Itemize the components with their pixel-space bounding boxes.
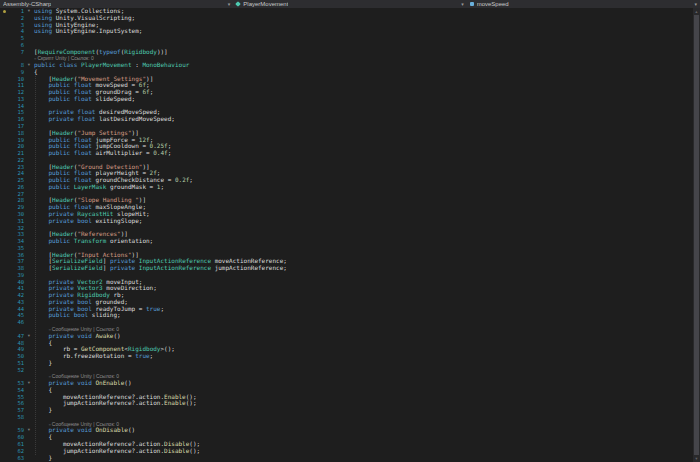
breakpoint-margin[interactable] [0,292,9,299]
breakpoint-margin[interactable] [0,279,9,286]
code-area[interactable]: 1▾using System.Collections;2using Unity.… [0,8,693,462]
code-line[interactable]: 38 [SerializeField] private InputActionR… [0,265,693,272]
breakpoint-margin[interactable] [0,143,9,150]
breakpoint-margin[interactable] [0,177,9,184]
chevron-down-icon[interactable]: ▾ [461,0,464,8]
scroll-down-icon[interactable]: ▾ [693,455,700,462]
breakpoint-margin[interactable] [0,69,9,76]
breakpoint-margin[interactable] [0,306,9,313]
breakpoint-margin[interactable] [0,35,9,42]
breakpoint-margin[interactable] [0,258,9,265]
breakpoint-margin[interactable] [0,360,9,367]
code-line[interactable]: 31 private bool exitingSlope; [0,218,693,225]
code-line[interactable]: 34 public Transform orientation; [0,238,693,245]
breakpoint-margin[interactable] [0,252,9,259]
breakpoint-margin[interactable] [0,22,9,29]
breakpoint-margin[interactable] [0,42,9,49]
breakpoint-margin[interactable] [0,150,9,157]
breakpoint-margin[interactable] [0,455,9,462]
vertical-scrollbar[interactable]: ▴ ▾ [693,8,700,462]
breakpoint-margin[interactable] [0,130,9,137]
code-line[interactable]: 47▾ private void Awake() [0,333,693,340]
fold-arrow-icon[interactable]: ▾ [24,8,34,15]
breakpoint-margin[interactable] [0,299,9,306]
breakpoint-margin[interactable] [0,62,9,69]
breakpoint-margin[interactable] [0,55,9,62]
breakpoint-margin[interactable] [0,312,9,319]
code-line[interactable]: 4using UnityEngine.InputSystem; [0,28,693,35]
breakpoint-margin[interactable] [0,353,9,360]
breakpoint-margin[interactable] [0,191,9,198]
breakpoint-margin[interactable] [0,225,9,232]
code-line[interactable]: 7[RequireComponent(typeof(Rigidbody))] [0,49,693,56]
breakpoint-margin[interactable] [0,218,9,225]
breakpoint-margin[interactable] [0,157,9,164]
class-dropdown[interactable]: PlayerMovement ▾ [233,0,466,8]
editor-pane[interactable]: 1▾using System.Collections;2using Unity.… [0,8,700,462]
code-line[interactable]: 50 rb.freezeRotation = true; [0,353,693,360]
code-line[interactable]: 26 public LayerMask groundMask = 1; [0,184,693,191]
breakpoint-margin[interactable] [0,340,9,347]
breakpoint-margin[interactable] [0,123,9,130]
breakpoint-margin[interactable] [0,434,9,441]
breakpoint-margin[interactable] [0,421,9,428]
breakpoint-margin[interactable] [0,109,9,116]
breakpoint-margin[interactable] [0,238,9,245]
code-line[interactable]: 5 [0,35,693,42]
breakpoint-margin[interactable] [0,116,9,123]
breakpoint-margin[interactable] [0,197,9,204]
breakpoint-margin[interactable] [0,170,9,177]
scroll-up-icon[interactable]: ▴ [693,8,700,15]
breakpoint-margin[interactable] [0,96,9,103]
code-line[interactable]: 21 public float airMultiplier = 0.4f; [0,150,693,157]
code-line[interactable]: 13 public float slideSpeed; [0,96,693,103]
code-line[interactable]: 62 jumpActionReference?.action.Disable()… [0,448,693,455]
breakpoint-margin[interactable] [0,211,9,218]
breakpoint-margin[interactable] [0,28,9,35]
code-line[interactable]: 58 [0,414,693,421]
breakpoint-margin[interactable] [0,265,9,272]
breakpoint-margin[interactable] [0,137,9,144]
member-dropdown[interactable]: moveSpeed ▾ [467,0,700,8]
code-line[interactable]: 63 } [0,455,693,462]
breakpoint-margin[interactable] [0,387,9,394]
code-line[interactable]: 56 jumpActionReference?.action.Enable(); [0,400,693,407]
breakpoint-margin[interactable] [0,380,9,387]
breakpoint-margin[interactable] [0,326,9,333]
project-dropdown[interactable]: Assembly-CSharp ▾ [0,0,233,8]
breakpoint-margin[interactable] [0,103,9,110]
code-line[interactable]: 16 private float lastDesiredMoveSpeed; [0,116,693,123]
code-line[interactable]: 57 } [0,407,693,414]
breakpoint-margin[interactable] [0,400,9,407]
breakpoint-margin[interactable] [0,49,9,56]
chevron-down-icon[interactable]: ▾ [228,0,231,8]
breakpoint-margin[interactable] [0,346,9,353]
breakpoint-margin[interactable] [0,394,9,401]
fold-arrow-icon[interactable]: ▾ [24,333,34,340]
breakpoint-margin[interactable] [0,231,9,238]
breakpoint-margin[interactable] [0,319,9,326]
code-line[interactable]: 2using Unity.VisualScripting; [0,15,693,22]
scrollbar-thumb[interactable] [694,15,699,455]
chevron-down-icon[interactable]: ▾ [694,0,697,8]
code-line[interactable]: 52 [0,367,693,374]
breakpoint-margin[interactable] [0,407,9,414]
breakpoint-margin[interactable] [0,164,9,171]
breakpoint-margin[interactable] [0,272,9,279]
breakpoint-margin[interactable] [0,373,9,380]
code-line[interactable]: 46 [0,319,693,326]
fold-arrow-icon[interactable]: ▾ [24,62,34,69]
breakpoint-margin[interactable] [0,8,9,15]
breakpoint-margin[interactable] [0,333,9,340]
breakpoint-margin[interactable] [0,448,9,455]
breakpoint-margin[interactable] [0,285,9,292]
breakpoint-margin[interactable] [0,245,9,252]
code-line[interactable]: 51 } [0,360,693,367]
breakpoint-margin[interactable] [0,427,9,434]
code-line[interactable]: 45 public bool sliding; [0,312,693,319]
breakpoint-margin[interactable] [0,204,9,211]
breakpoint-margin[interactable] [0,76,9,83]
breakpoint-margin[interactable] [0,184,9,191]
breakpoint-margin[interactable] [0,414,9,421]
breakpoint-margin[interactable] [0,89,9,96]
